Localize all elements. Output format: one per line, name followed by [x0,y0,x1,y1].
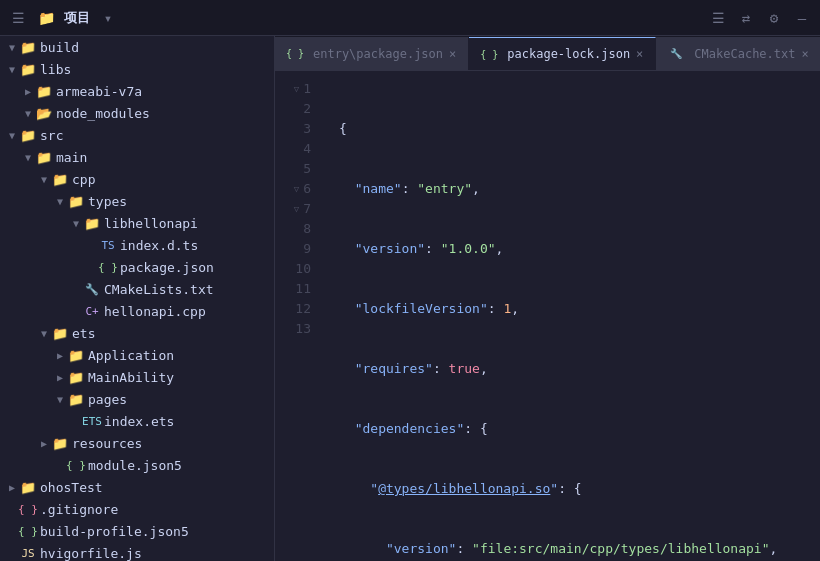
tree-item-libhellonapi[interactable]: 📁 libhellonapi [0,212,274,234]
tab-label-1: entry\package.json [313,47,443,61]
label-gitignore: .gitignore [40,502,118,517]
arrow-resources [36,435,52,451]
tree-item-mainability[interactable]: 📁 MainAbility [0,366,274,388]
menu-icon[interactable]: ☰ [8,8,28,28]
file-icon-module: { } [68,458,84,472]
folder-icon-armeabi: 📁 [36,84,52,98]
settings-icon[interactable]: ⚙ [764,8,784,28]
tree-item-index-ets[interactable]: ETS index.ets [0,410,274,432]
tab-close-1[interactable]: × [449,47,456,61]
line-num-11: 11 [275,279,323,299]
label-src: src [40,128,63,143]
tree-item-build-profile[interactable]: { } build-profile.json5 [0,520,274,542]
tree-item-types[interactable]: 📁 types [0,190,274,212]
tree-item-resources[interactable]: 📁 resources [0,432,274,454]
arrow-build [4,39,20,55]
fold-6[interactable]: ▽ [287,179,299,199]
label-hvigorfile: hvigorfile.js [40,546,142,561]
line-num-13: 13 [275,319,323,339]
file-icon-cmake: 🔧 [84,282,100,296]
arrow-armeabi [20,83,36,99]
tree-item-hvigorfile[interactable]: JS hvigorfile.js [0,542,274,561]
folder-icon-btn[interactable]: 📁 [36,8,56,28]
arrow-src [4,127,20,143]
list-icon[interactable]: ☰ [708,8,728,28]
label-node-modules: node_modules [56,106,150,121]
project-label: 项目 [64,9,90,27]
file-tree: 📁 build 📁 libs 📁 armeabi-v7a 📂 node_modu… [0,36,275,561]
line-numbers: ▽ 1 2 3 4 5 [275,71,323,561]
folder-icon-libhellonapi: 📁 [84,216,100,230]
label-index-dts: index.d.ts [120,238,198,253]
label-resources: resources [72,436,142,451]
toolbar: ☰ 📁 项目 ▾ ☰ ⇄ ⚙ — [0,0,820,36]
folder-icon-node-modules: 📂 [36,106,52,120]
tree-item-module-json5[interactable]: { } module.json5 [0,454,274,476]
label-index-ets: index.ets [104,414,174,429]
tabs-bar: { } entry\package.json × { } package-loc… [275,36,820,71]
editor-area: { } entry\package.json × { } package-loc… [275,36,820,561]
fold-1[interactable]: ▽ [287,79,299,99]
line-num-12: 12 [275,299,323,319]
expand-icon[interactable]: ▾ [98,8,118,28]
tree-item-pages[interactable]: 📁 pages [0,388,274,410]
tab-icon-2: { } [481,47,497,61]
tree-item-index-dts[interactable]: TS index.d.ts [0,234,274,256]
minimize-icon[interactable]: — [792,8,812,28]
tree-item-node-modules[interactable]: 📂 node_modules [0,102,274,124]
tree-item-cmakelists[interactable]: 🔧 CMakeLists.txt [0,278,274,300]
code-line-4: "lockfileVersion": 1, [339,299,804,319]
tree-item-armeabi[interactable]: 📁 armeabi-v7a [0,80,274,102]
file-icon-ts: TS [100,238,116,252]
folder-icon-src: 📁 [20,128,36,142]
arrow-main [20,149,36,165]
line-num-8: 8 [275,219,323,239]
file-icon-ets: ETS [84,414,100,428]
code-line-5: "requires": true, [339,359,804,379]
editor-content[interactable]: ▽ 1 2 3 4 5 [275,71,820,561]
tree-item-application[interactable]: 📁 Application [0,344,274,366]
arrow-application [52,347,68,363]
tree-item-libs[interactable]: 📁 libs [0,58,274,80]
arrow-cpp [36,171,52,187]
label-libs: libs [40,62,71,77]
file-icon-gitignore: { } [20,502,36,516]
code-line-7: "@types/libhellonapi.so": { [339,479,804,499]
tab-cmakecache[interactable]: 🔧 CMakeCache.txt × [656,37,820,70]
tab-entry-package[interactable]: { } entry\package.json × [275,37,469,70]
arrow-mainability [52,369,68,385]
tree-item-gitignore[interactable]: { } .gitignore [0,498,274,520]
line-num-1: ▽ 1 [275,79,323,99]
tab-icon-1: { } [287,47,303,61]
tab-package-lock[interactable]: { } package-lock.json × [469,37,656,70]
tree-item-ohostest[interactable]: 📁 ohosTest [0,476,274,498]
tree-item-main[interactable]: 📁 main [0,146,274,168]
tree-item-ets[interactable]: 📁 ets [0,322,274,344]
label-cmakelists: CMakeLists.txt [104,282,214,297]
tree-item-cpp[interactable]: 📁 cpp [0,168,274,190]
line-num-5: 5 [275,159,323,179]
tab-close-3[interactable]: × [802,47,809,61]
tab-label-2: package-lock.json [507,47,630,61]
line-num-10: 10 [275,259,323,279]
folder-icon-mainability: 📁 [68,370,84,384]
label-ohostest: ohosTest [40,480,103,495]
tab-close-2[interactable]: × [636,47,643,61]
fold-7[interactable]: ▽ [287,199,299,219]
folder-icon-cpp: 📁 [52,172,68,186]
arrow-node-modules [20,105,36,121]
code-line-8: "version": "file:src/main/cpp/types/libh… [339,539,804,559]
sort-icon[interactable]: ⇄ [736,8,756,28]
code-editor[interactable]: { "name": "entry", "version": "1.0.0", "… [323,71,820,561]
tree-item-hellonapi-cpp[interactable]: C+ hellonapi.cpp [0,300,274,322]
label-hellonapi-cpp: hellonapi.cpp [104,304,206,319]
line-num-4: 4 [275,139,323,159]
arrow-types [52,193,68,209]
tree-item-pkg-json-lib[interactable]: { } package.json [0,256,274,278]
line-num-6: ▽ 6 [275,179,323,199]
tree-item-build[interactable]: 📁 build [0,36,274,58]
line-num-7: ▽ 7 [275,199,323,219]
tab-icon-3: 🔧 [668,47,684,61]
code-line-1: { [339,119,804,139]
tree-item-src[interactable]: 📁 src [0,124,274,146]
